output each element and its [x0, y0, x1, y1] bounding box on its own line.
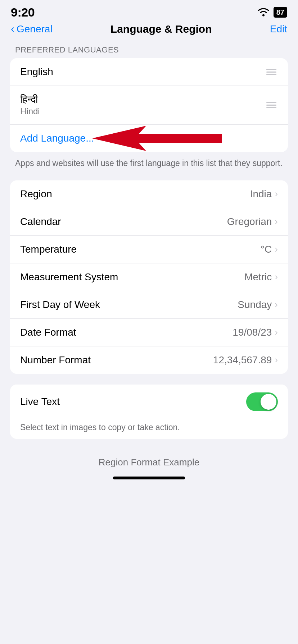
- temperature-chevron-icon: ›: [275, 244, 278, 255]
- live-text-label: Live Text: [20, 396, 60, 408]
- drag-handle-english[interactable]: [265, 69, 278, 75]
- date-format-row[interactable]: Date Format 19/08/23 ›: [10, 319, 288, 346]
- edit-button[interactable]: Edit: [270, 23, 287, 35]
- status-bar: 9:20 87: [0, 0, 298, 19]
- date-format-right: 19/08/23 ›: [232, 327, 278, 338]
- number-format-value: 12,34,567.89: [213, 354, 272, 366]
- language-hindi-subtitle: Hindi: [20, 106, 40, 116]
- calendar-right: Gregorian ›: [227, 216, 278, 227]
- calendar-row[interactable]: Calendar Gregorian ›: [10, 208, 288, 236]
- bottom-section: Region Format Example: [0, 450, 298, 468]
- region-settings-card: Region India › Calendar Gregorian › Temp…: [10, 180, 288, 374]
- calendar-chevron-icon: ›: [275, 216, 278, 227]
- live-text-description: Select text in images to copy or take ac…: [10, 419, 288, 439]
- add-language-row[interactable]: Add Language...: [10, 125, 288, 152]
- status-time: 9:20: [11, 5, 35, 19]
- languages-footnote: Apps and websites will use the first lan…: [0, 152, 298, 170]
- first-day-of-week-value: Sunday: [238, 299, 272, 310]
- region-format-example-label: Region Format Example: [99, 450, 199, 471]
- temperature-row[interactable]: Temperature °C ›: [10, 236, 288, 263]
- language-hindi-title: हिन्दी: [20, 94, 40, 106]
- measurement-right: Metric ›: [244, 271, 278, 283]
- red-arrow-annotation: [92, 126, 222, 151]
- first-day-chevron-icon: ›: [275, 299, 278, 310]
- home-indicator: [113, 477, 185, 479]
- navigation-bar: ‹ General Language & Region Edit: [0, 19, 298, 41]
- calendar-value: Gregorian: [227, 216, 272, 227]
- measurement-value: Metric: [244, 271, 272, 283]
- language-english-title: English: [20, 66, 53, 78]
- measurement-row[interactable]: Measurement System Metric ›: [10, 263, 288, 291]
- region-value: India: [250, 188, 272, 200]
- number-format-label: Number Format: [20, 354, 91, 366]
- number-format-chevron-icon: ›: [275, 354, 278, 365]
- temperature-label: Temperature: [20, 244, 77, 255]
- preferred-languages-label: PREFERRED LANGUAGES: [0, 41, 298, 58]
- first-day-of-week-right: Sunday ›: [238, 299, 278, 310]
- number-format-row[interactable]: Number Format 12,34,567.89 ›: [10, 346, 288, 374]
- language-row-hindi[interactable]: हिन्दी Hindi: [10, 86, 288, 125]
- region-row[interactable]: Region India ›: [10, 180, 288, 208]
- temperature-right: °C ›: [261, 244, 278, 255]
- live-text-card: Live Text Select text in images to copy …: [10, 385, 288, 439]
- number-format-right: 12,34,567.89 ›: [213, 354, 278, 366]
- date-format-chevron-icon: ›: [275, 327, 278, 338]
- region-label: Region: [20, 188, 52, 200]
- page-title: Language & Region: [110, 23, 212, 35]
- language-row-english[interactable]: English: [10, 58, 288, 86]
- measurement-chevron-icon: ›: [275, 271, 278, 282]
- toggle-knob: [261, 394, 276, 410]
- wifi-icon: [257, 8, 270, 17]
- calendar-label: Calendar: [20, 216, 61, 227]
- drag-handle-hindi[interactable]: [265, 102, 278, 108]
- first-day-of-week-label: First Day of Week: [20, 299, 100, 310]
- language-hindi-left: हिन्दी Hindi: [20, 94, 40, 116]
- region-chevron-icon: ›: [275, 188, 278, 199]
- add-language-button[interactable]: Add Language...: [20, 133, 94, 144]
- first-day-of-week-row[interactable]: First Day of Week Sunday ›: [10, 291, 288, 319]
- region-right: India ›: [250, 188, 278, 200]
- svg-point-0: [262, 14, 265, 17]
- battery-icon: 87: [274, 7, 287, 18]
- add-language-container: Add Language...: [20, 133, 278, 144]
- back-chevron-icon: ‹: [11, 23, 14, 34]
- back-label: General: [17, 23, 53, 35]
- languages-card: English हिन्दी Hindi Add Language...: [10, 58, 288, 152]
- status-icons: 87: [257, 7, 287, 18]
- date-format-value: 19/08/23: [232, 327, 272, 338]
- date-format-label: Date Format: [20, 327, 76, 338]
- back-button[interactable]: ‹ General: [11, 23, 53, 35]
- temperature-value: °C: [261, 244, 272, 255]
- measurement-label: Measurement System: [20, 271, 118, 283]
- live-text-row[interactable]: Live Text: [10, 385, 288, 419]
- svg-marker-2: [92, 126, 222, 151]
- live-text-toggle[interactable]: [246, 392, 278, 411]
